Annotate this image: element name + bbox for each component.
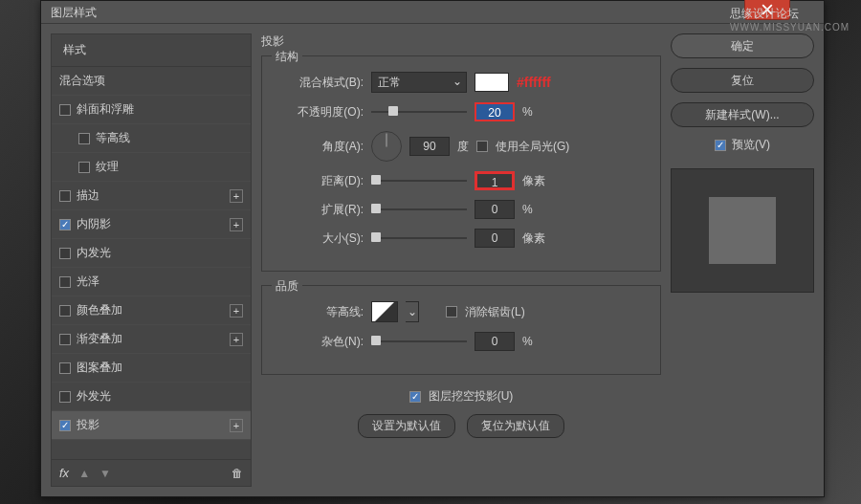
sidebar-item-1[interactable]: 等高线 — [52, 124, 251, 153]
sidebar-checkbox[interactable] — [59, 391, 71, 403]
main-panel: 投影 结构 混合模式(B): 正常 #ffffff 不透明度(O): 20 % … — [261, 33, 661, 487]
sidebar-item-6[interactable]: 光泽 — [52, 268, 251, 296]
noise-slider[interactable] — [371, 334, 467, 349]
dialog-titlebar[interactable]: 图层样式 — [41, 1, 824, 24]
spread-input[interactable]: 0 — [475, 200, 515, 219]
set-default-button[interactable]: 设置为默认值 — [358, 414, 455, 438]
sidebar-item-label: 内发光 — [77, 245, 111, 261]
sidebar-item-7[interactable]: 颜色叠加+ — [52, 296, 251, 325]
size-slider[interactable] — [371, 230, 467, 246]
fx-icon[interactable]: fx — [59, 466, 69, 480]
sidebar-item-label: 外发光 — [77, 388, 111, 405]
styles-sidebar: 样式 混合选项 斜面和浮雕等高线纹理描边+内阴影+内发光光泽颜色叠加+渐变叠加+… — [51, 33, 252, 487]
size-label: 大小(S): — [276, 230, 364, 247]
sidebar-item-label: 颜色叠加 — [77, 302, 122, 318]
sidebar-checkbox[interactable] — [59, 190, 71, 202]
sidebar-checkbox[interactable] — [59, 420, 71, 431]
quality-title: 品质 — [272, 278, 302, 295]
sidebar-checkbox[interactable] — [59, 305, 71, 317]
sidebar-item-label: 描边 — [77, 187, 99, 204]
sidebar-footer: fx ▲ ▼ 🗑 — [52, 459, 251, 486]
structure-title: 结构 — [272, 49, 302, 65]
spread-label: 扩展(R): — [276, 202, 364, 218]
preview-label: 预览(V) — [732, 137, 770, 153]
reset-default-button[interactable]: 复位为默认值 — [467, 414, 564, 438]
color-swatch[interactable] — [475, 73, 509, 92]
size-input[interactable]: 0 — [475, 229, 515, 248]
preview-swatch — [709, 197, 776, 264]
sidebar-checkbox[interactable] — [78, 162, 90, 173]
preview-checkbox[interactable] — [715, 140, 726, 151]
sidebar-item-label: 内阴影 — [77, 216, 111, 232]
blend-mode-label: 混合模式(B): — [276, 75, 364, 91]
cancel-button[interactable]: 复位 — [671, 68, 814, 93]
sidebar-checkbox[interactable] — [59, 104, 71, 116]
spread-slider[interactable] — [371, 202, 467, 217]
new-style-button[interactable]: 新建样式(W)... — [671, 102, 814, 127]
sidebar-checkbox[interactable] — [59, 334, 71, 345]
sidebar-item-label: 图案叠加 — [77, 360, 122, 376]
sidebar-item-11[interactable]: 投影+ — [52, 411, 251, 440]
quality-fieldset: 品质 等高线: ⌄ 消除锯齿(L) 杂色(N): 0 % — [261, 285, 661, 375]
arrow-down-icon[interactable]: ▼ — [99, 467, 111, 480]
ok-button[interactable]: 确定 — [671, 33, 814, 58]
sidebar-item-5[interactable]: 内发光 — [52, 239, 251, 268]
arrow-up-icon[interactable]: ▲ — [78, 467, 90, 480]
knockout-checkbox[interactable] — [409, 391, 421, 403]
opacity-input[interactable]: 20 — [475, 102, 515, 121]
sidebar-item-label: 等高线 — [96, 130, 130, 146]
sidebar-checkbox[interactable] — [59, 276, 71, 288]
distance-slider[interactable] — [371, 173, 467, 188]
sidebar-item-9[interactable]: 图案叠加 — [52, 354, 251, 383]
sidebar-item-2[interactable]: 纹理 — [52, 153, 251, 182]
right-panel: 确定 复位 新建样式(W)... 预览(V) — [671, 33, 814, 487]
plus-icon[interactable]: + — [230, 419, 243, 432]
contour-label: 等高线: — [276, 304, 364, 320]
plus-icon[interactable]: + — [230, 304, 243, 318]
contour-dropdown[interactable]: ⌄ — [406, 301, 419, 322]
global-light-checkbox[interactable] — [476, 141, 488, 152]
sidebar-item-10[interactable]: 外发光 — [52, 383, 251, 411]
sidebar-item-4[interactable]: 内阴影+ — [52, 210, 251, 239]
angle-label: 角度(A): — [276, 139, 364, 155]
sidebar-item-3[interactable]: 描边+ — [52, 182, 251, 210]
structure-fieldset: 结构 混合模式(B): 正常 #ffffff 不透明度(O): 20 % 角度(… — [261, 55, 661, 272]
plus-icon[interactable]: + — [230, 189, 243, 203]
angle-dial[interactable] — [371, 131, 402, 162]
sidebar-item-0[interactable]: 斜面和浮雕 — [52, 96, 251, 124]
distance-label: 距离(D): — [276, 173, 364, 189]
plus-icon[interactable]: + — [230, 333, 243, 346]
sidebar-item-label: 渐变叠加 — [77, 331, 122, 347]
sidebar-item-label: 斜面和浮雕 — [77, 101, 134, 118]
angle-input[interactable]: 90 — [409, 137, 450, 156]
sidebar-item-label: 纹理 — [96, 159, 119, 175]
antialias-checkbox[interactable] — [446, 306, 457, 318]
preview-box — [671, 168, 814, 293]
trash-icon[interactable]: 🗑 — [232, 467, 243, 480]
sidebar-checkbox[interactable] — [59, 219, 71, 230]
blend-mode-select[interactable]: 正常 — [371, 72, 467, 93]
layer-style-dialog: 图层样式 样式 混合选项 斜面和浮雕等高线纹理描边+内阴影+内发光光泽颜色叠加+… — [40, 0, 825, 497]
watermark: 思缘设计论坛 WWW.MISSYUAN.COM — [730, 6, 850, 33]
antialias-label: 消除锯齿(L) — [465, 304, 525, 320]
contour-picker[interactable] — [371, 301, 398, 322]
sidebar-header: 样式 — [52, 34, 251, 67]
sidebar-item-label: 光泽 — [77, 274, 99, 290]
plus-icon[interactable]: + — [230, 218, 243, 231]
sidebar-item-8[interactable]: 渐变叠加+ — [52, 325, 251, 354]
knockout-label: 图层挖空投影(U) — [429, 388, 514, 405]
hex-annotation: #ffffff — [517, 75, 551, 90]
sidebar-item-label: 投影 — [77, 417, 99, 433]
sidebar-blending-options[interactable]: 混合选项 — [52, 67, 251, 96]
dialog-title: 图层样式 — [51, 6, 97, 19]
noise-label: 杂色(N): — [276, 334, 364, 350]
distance-input[interactable]: 1 — [475, 171, 515, 190]
noise-input[interactable]: 0 — [475, 332, 515, 351]
opacity-label: 不透明度(O): — [276, 104, 364, 121]
effect-title: 投影 — [261, 33, 661, 50]
global-light-label: 使用全局光(G) — [496, 139, 569, 155]
sidebar-checkbox[interactable] — [78, 133, 90, 144]
sidebar-checkbox[interactable] — [59, 248, 71, 259]
opacity-slider[interactable] — [371, 104, 467, 120]
sidebar-checkbox[interactable] — [59, 362, 71, 374]
